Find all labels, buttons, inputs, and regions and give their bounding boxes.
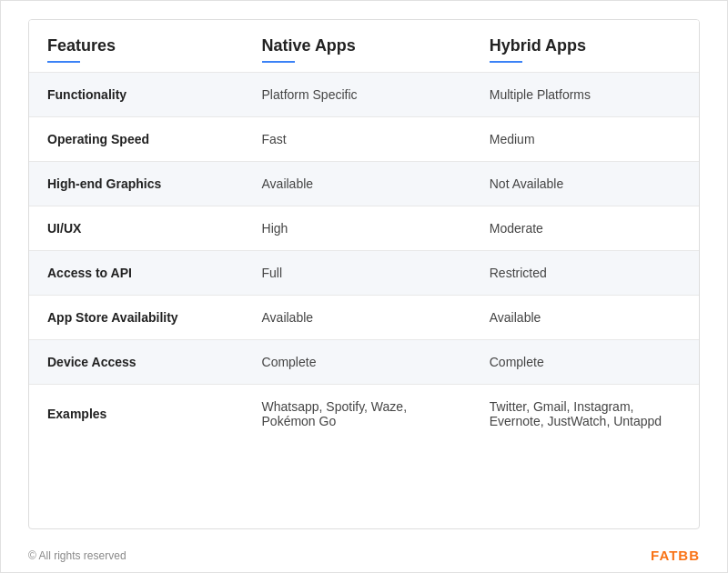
hybrid-cell: Available [471,296,699,340]
hybrid-cell: Medium [471,117,699,162]
table-row: Operating SpeedFastMedium [29,117,699,162]
native-cell: High [244,206,471,251]
logo: FATBB [651,548,700,563]
table-row: FunctionalityPlatform SpecificMultiple P… [29,73,699,117]
feature-cell: Device Access [29,340,244,385]
native-cell: Available [244,296,471,340]
native-cell: Complete [244,340,471,385]
features-underline [47,61,80,63]
feature-cell: Operating Speed [29,117,244,162]
table-row: ExamplesWhatsapp, Spotify, Waze, Pokémon… [29,385,699,444]
copyright-text: © All rights reserved [28,549,126,562]
table-row: Access to APIFullRestricted [29,251,699,296]
footer: © All rights reserved FATBB [1,538,727,572]
hybrid-underline [490,61,522,63]
hybrid-cell: Complete [471,340,699,385]
logo-suffix: BB [678,548,700,563]
table-row: UI/UXHighModerate [29,206,699,251]
native-cell: Full [244,251,471,296]
header-col-features: Features [29,20,244,73]
hybrid-cell: Moderate [471,206,699,251]
native-cell: Whatsapp, Spotify, Waze, Pokémon Go [244,385,471,444]
header-features-label: Features [47,36,116,55]
feature-cell: High-end Graphics [29,162,244,206]
main-container: Features Native Apps Hybrid Apps Functio… [1,1,727,538]
hybrid-cell: Restricted [471,251,699,296]
table-body: FunctionalityPlatform SpecificMultiple P… [29,73,699,444]
feature-cell: UI/UX [29,206,244,251]
table-row: High-end GraphicsAvailableNot Available [29,162,699,206]
feature-cell: Functionality [29,73,244,117]
header-row: Features Native Apps Hybrid Apps [29,20,699,73]
hybrid-cell: Multiple Platforms [471,73,699,117]
comparison-table: Features Native Apps Hybrid Apps Functio… [29,20,699,443]
header-col-native: Native Apps [244,20,471,73]
native-cell: Available [244,162,471,206]
header-col-hybrid: Hybrid Apps [471,20,699,73]
table-wrapper: Features Native Apps Hybrid Apps Functio… [28,19,700,529]
logo-prefix: FAT [651,548,678,563]
header-hybrid-label: Hybrid Apps [490,36,586,55]
header-native-label: Native Apps [262,36,356,55]
table-row: Device AccessCompleteComplete [29,340,699,385]
native-cell: Fast [244,117,471,162]
feature-cell: Access to API [29,251,244,296]
feature-cell: Examples [29,385,244,444]
hybrid-cell: Twitter, Gmail, Instagram, Evernote, Jus… [471,385,699,444]
feature-cell: App Store Availability [29,296,244,340]
native-underline [262,61,295,63]
native-cell: Platform Specific [244,73,471,117]
hybrid-cell: Not Available [471,162,699,206]
table-row: App Store AvailabilityAvailableAvailable [29,296,699,340]
